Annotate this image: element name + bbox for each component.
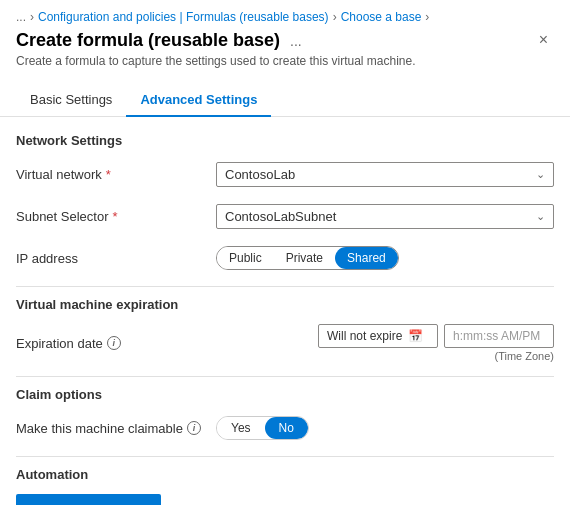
- ip-shared-option[interactable]: Shared: [335, 247, 398, 269]
- tab-bar: Basic Settings Advanced Settings: [0, 76, 570, 117]
- breadcrumb-sep1: ›: [30, 10, 34, 24]
- expiration-time-input[interactable]: h:mm:ss AM/PM: [444, 324, 554, 348]
- subnet-select[interactable]: ContosoLabSubnet ⌄: [216, 204, 554, 229]
- claim-section-title: Claim options: [16, 387, 554, 402]
- section-divider-2: [16, 376, 554, 377]
- view-arm-button[interactable]: View ARM template: [16, 494, 161, 505]
- claimable-no-option[interactable]: No: [265, 417, 308, 439]
- page-subtitle: Create a formula to capture the settings…: [16, 54, 416, 68]
- subnet-label: Subnet Selector *: [16, 209, 216, 224]
- claimable-control: Yes No: [216, 416, 554, 440]
- ip-public-option[interactable]: Public: [217, 247, 274, 269]
- expiration-time-placeholder: h:mm:ss AM/PM: [453, 329, 540, 343]
- calendar-icon: 📅: [408, 329, 423, 343]
- more-options-button[interactable]: ...: [286, 31, 306, 51]
- ip-address-row: IP address Public Private Shared: [16, 244, 554, 272]
- claimable-info-icon[interactable]: i: [187, 421, 201, 435]
- breadcrumb-sep3: ›: [425, 10, 429, 24]
- breadcrumb-dots[interactable]: ...: [16, 10, 26, 24]
- close-button[interactable]: ×: [533, 30, 554, 50]
- expiration-date-row: Expiration date i Will not expire 📅 h:mm…: [16, 324, 554, 362]
- tab-basic[interactable]: Basic Settings: [16, 84, 126, 117]
- subnet-control: ContosoLabSubnet ⌄: [216, 204, 554, 229]
- chevron-down-icon: ⌄: [536, 168, 545, 181]
- expiration-date-value: Will not expire: [327, 329, 402, 343]
- required-star-subnet: *: [113, 209, 118, 224]
- automation-section-title: Automation: [16, 467, 554, 482]
- ip-address-control: Public Private Shared: [216, 246, 554, 270]
- section-divider-3: [16, 456, 554, 457]
- ip-private-option[interactable]: Private: [274, 247, 335, 269]
- expiration-date-input[interactable]: Will not expire 📅: [318, 324, 438, 348]
- page-title: Create formula (reusable base): [16, 30, 280, 51]
- virtual-network-label: Virtual network *: [16, 167, 216, 182]
- automation-section: Automation View ARM template: [16, 467, 554, 505]
- claimable-label: Make this machine claimable i: [16, 421, 216, 436]
- ip-address-label: IP address: [16, 251, 216, 266]
- expiration-date-label: Expiration date i: [16, 336, 216, 351]
- tab-advanced[interactable]: Advanced Settings: [126, 84, 271, 117]
- virtual-network-value: ContosoLab: [225, 167, 295, 182]
- virtual-network-select[interactable]: ContosoLab ⌄: [216, 162, 554, 187]
- claimable-yes-option[interactable]: Yes: [217, 417, 265, 439]
- ip-address-toggle-group: Public Private Shared: [216, 246, 399, 270]
- expiration-inputs-row: Will not expire 📅 h:mm:ss AM/PM: [318, 324, 554, 348]
- breadcrumb-item1[interactable]: Configuration and policies | Formulas (r…: [38, 10, 329, 24]
- timezone-note: (Time Zone): [495, 350, 555, 362]
- breadcrumb-item2[interactable]: Choose a base: [341, 10, 422, 24]
- network-section-title: Network Settings: [16, 133, 554, 148]
- subnet-row: Subnet Selector * ContosoLabSubnet ⌄: [16, 202, 554, 230]
- form-content: Network Settings Virtual network * Conto…: [0, 117, 570, 505]
- claimable-row: Make this machine claimable i Yes No: [16, 414, 554, 442]
- chevron-down-icon-subnet: ⌄: [536, 210, 545, 223]
- breadcrumb: ... › Configuration and policies | Formu…: [0, 0, 570, 30]
- expiration-section-title: Virtual machine expiration: [16, 297, 554, 312]
- breadcrumb-sep2: ›: [333, 10, 337, 24]
- virtual-network-row: Virtual network * ContosoLab ⌄: [16, 160, 554, 188]
- expiration-info-icon[interactable]: i: [107, 336, 121, 350]
- subnet-value: ContosoLabSubnet: [225, 209, 336, 224]
- required-star-vnet: *: [106, 167, 111, 182]
- virtual-network-control: ContosoLab ⌄: [216, 162, 554, 187]
- panel-header: Create formula (reusable base) ... Creat…: [0, 30, 570, 72]
- claimable-toggle-group: Yes No: [216, 416, 309, 440]
- expiration-date-control: Will not expire 📅 h:mm:ss AM/PM (Time Zo…: [216, 324, 554, 362]
- section-divider-1: [16, 286, 554, 287]
